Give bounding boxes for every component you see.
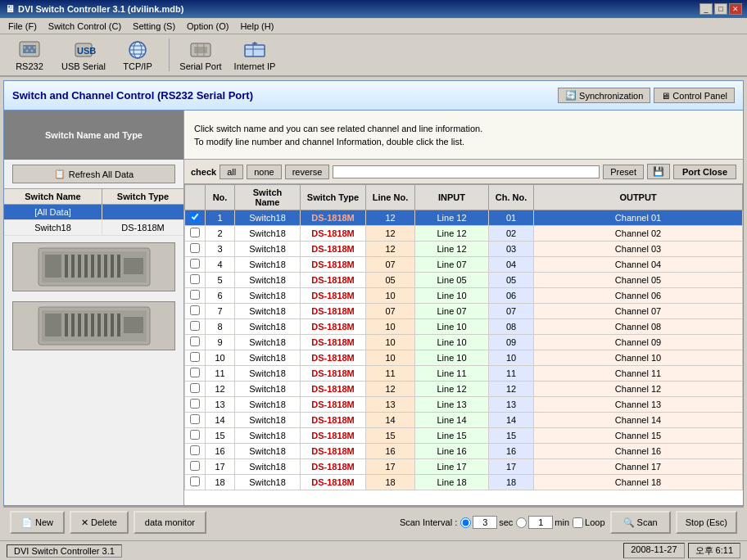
svg-rect-43: [91, 314, 94, 336]
table-row[interactable]: 12 Switch18 DS-1818M 12 Line 12 12 Chann…: [185, 382, 743, 397]
preset-button[interactable]: Preset: [603, 165, 644, 179]
toolbar-internet-ip[interactable]: Internet IP: [230, 36, 279, 74]
row-switch-type: DS-1818M: [301, 288, 366, 304]
toolbar-rs232[interactable]: RS232: [5, 36, 54, 74]
switch-list-item-switch18[interactable]: Switch18 DS-1818M: [4, 220, 183, 236]
row-checkbox-cell: [185, 475, 206, 490]
scan-button[interactable]: 🔍 Scan: [610, 511, 671, 534]
row-checkbox[interactable]: [190, 259, 200, 269]
table-row[interactable]: 17 Switch18 DS-1818M 17 Line 17 17 Chann…: [185, 459, 743, 475]
svg-rect-41: [78, 314, 81, 336]
table-row[interactable]: 7 Switch18 DS-1818M 07 Line 07 07 Channe…: [185, 304, 743, 319]
row-line-no: 10: [366, 335, 415, 350]
row-checkbox[interactable]: [190, 352, 200, 362]
row-checkbox[interactable]: [190, 321, 200, 331]
table-row[interactable]: 2 Switch18 DS-1818M 12 Line 12 02 Channe…: [185, 226, 743, 242]
table-row[interactable]: 13 Switch18 DS-1818M 13 Line 13 13 Chann…: [185, 397, 743, 413]
table-row[interactable]: 9 Switch18 DS-1818M 10 Line 10 09 Channe…: [185, 335, 743, 350]
svg-rect-27: [71, 255, 75, 278]
minimize-button[interactable]: _: [699, 3, 713, 15]
toolbar-rs232-label: RS232: [16, 61, 43, 71]
row-checkbox[interactable]: [190, 274, 200, 284]
svg-rect-48: [124, 317, 143, 333]
close-button[interactable]: ✕: [729, 3, 742, 15]
table-row[interactable]: 3 Switch18 DS-1818M 12 Line 12 03 Channe…: [185, 242, 743, 257]
port-close-button[interactable]: Port Close: [673, 165, 736, 179]
row-checkbox-cell: [185, 226, 206, 242]
stop-button[interactable]: Stop (Esc): [676, 511, 737, 534]
table-row[interactable]: 15 Switch18 DS-1818M 15 Line 15 15 Chann…: [185, 428, 743, 444]
data-monitor-button[interactable]: data monitor: [134, 511, 206, 534]
table-row[interactable]: 8 Switch18 DS-1818M 10 Line 10 08 Channe…: [185, 319, 743, 335]
row-switch-type: DS-1818M: [301, 459, 366, 475]
new-button[interactable]: 📄 New: [10, 511, 65, 534]
row-checkbox[interactable]: [190, 228, 200, 237]
table-row[interactable]: 6 Switch18 DS-1818M 10 Line 10 06 Channe…: [185, 288, 743, 304]
row-checkbox[interactable]: [190, 290, 200, 300]
table-row[interactable]: 14 Switch18 DS-1818M 14 Line 14 14 Chann…: [185, 413, 743, 428]
delete-button[interactable]: ✕ Delete: [70, 511, 129, 534]
interval-sec-input[interactable]: [473, 516, 497, 529]
row-no: 7: [206, 304, 235, 319]
row-checkbox[interactable]: [190, 476, 200, 486]
row-checkbox[interactable]: [190, 336, 200, 346]
row-checkbox[interactable]: [190, 461, 200, 471]
loop-label: Loop: [585, 517, 604, 527]
table-row[interactable]: 5 Switch18 DS-1818M 05 Line 05 05 Channe…: [185, 273, 743, 288]
toolbar-usb-serial[interactable]: USB USB Serial: [59, 36, 108, 74]
control-panel-button[interactable]: 🖥 Control Panel: [654, 88, 735, 103]
row-line-no: 12: [366, 242, 415, 257]
menu-switch-control[interactable]: Switch Control (C): [43, 20, 126, 33]
interval-min-input[interactable]: [528, 516, 553, 529]
row-checkbox[interactable]: [190, 368, 200, 377]
loop-checkbox[interactable]: [573, 517, 583, 528]
check-search-input[interactable]: [333, 165, 600, 178]
row-checkbox[interactable]: [190, 212, 200, 222]
scan-interval-label: Scan Interval :: [400, 517, 457, 527]
maximize-button[interactable]: □: [714, 3, 727, 15]
row-input: Line 10: [415, 335, 489, 350]
menu-file[interactable]: File (F): [3, 20, 42, 33]
row-checkbox[interactable]: [190, 414, 200, 424]
check-all-button[interactable]: all: [220, 165, 243, 179]
refresh-all-data-button[interactable]: 📋 Refresh All Data: [12, 165, 175, 183]
check-none-button[interactable]: none: [247, 165, 281, 179]
row-checkbox-cell: [185, 459, 206, 475]
check-reverse-button[interactable]: reverse: [285, 165, 330, 179]
table-row[interactable]: 18 Switch18 DS-1818M 18 Line 18 18 Chann…: [185, 475, 743, 490]
row-no: 17: [206, 459, 235, 475]
svg-point-4: [34, 47, 36, 49]
row-checkbox-cell: [185, 257, 206, 273]
row-output: Channel 06: [534, 288, 743, 304]
toolbar-serial-port[interactable]: Serial Port: [176, 36, 225, 74]
row-checkbox[interactable]: [190, 383, 200, 393]
table-row[interactable]: 16 Switch18 DS-1818M 16 Line 16 16 Chann…: [185, 444, 743, 459]
row-checkbox[interactable]: [190, 430, 200, 440]
min-radio[interactable]: [516, 517, 527, 528]
row-checkbox[interactable]: [190, 399, 200, 409]
row-input: Line 10: [415, 288, 489, 304]
row-ch-no: 11: [489, 366, 534, 382]
row-ch-no: 01: [489, 210, 534, 226]
table-row[interactable]: 1 Switch18 DS-1818M 12 Line 12 01 Channe…: [185, 210, 743, 226]
menu-help[interactable]: Help (H): [235, 20, 278, 33]
table-row[interactable]: 4 Switch18 DS-1818M 07 Line 07 04 Channe…: [185, 257, 743, 273]
save-preset-icon-button[interactable]: 💾: [647, 164, 670, 179]
menu-setting[interactable]: Setting (S): [128, 20, 180, 33]
row-output: Channel 07: [534, 304, 743, 319]
row-checkbox[interactable]: [190, 243, 200, 253]
data-table: No. Switch Name Switch Type Line No. INP…: [184, 184, 743, 505]
sec-radio[interactable]: [460, 517, 471, 528]
row-ch-no: 13: [489, 397, 534, 413]
switch-list-item-all[interactable]: [All Data]: [4, 205, 183, 220]
row-checkbox-cell: [185, 288, 206, 304]
row-checkbox[interactable]: [190, 305, 200, 315]
synchronization-button[interactable]: 🔄 Synchronization: [558, 88, 650, 103]
table-row[interactable]: 10 Switch18 DS-1818M 10 Line 10 10 Chann…: [185, 350, 743, 366]
menu-option[interactable]: Option (O): [182, 20, 233, 33]
row-checkbox[interactable]: [190, 445, 200, 455]
svg-rect-42: [84, 314, 88, 336]
scan-icon: 🔍: [623, 517, 635, 528]
toolbar-tcpip[interactable]: TCP/IP: [113, 36, 162, 74]
table-row[interactable]: 11 Switch18 DS-1818M 11 Line 11 11 Chann…: [185, 366, 743, 382]
